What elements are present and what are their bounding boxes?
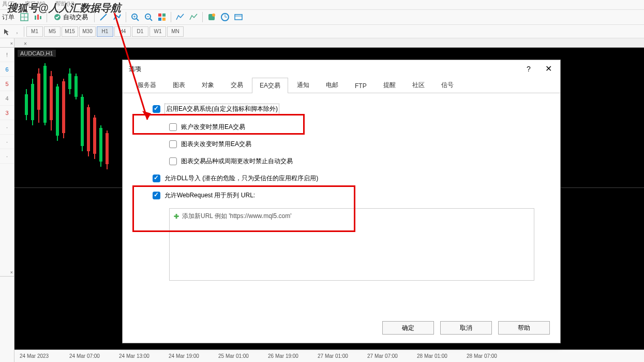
- svg-rect-4: [37, 15, 39, 20]
- tab-5[interactable]: 通知: [289, 77, 317, 93]
- enable-ea-label: 启用EA交易系统(自定义指标和脚本除外): [164, 104, 279, 114]
- cancel-button[interactable]: 取消: [440, 321, 492, 335]
- timeframe-m5[interactable]: M5: [44, 26, 61, 37]
- indicator2-icon[interactable]: [188, 11, 199, 23]
- svg-line-7: [100, 14, 107, 20]
- allow-webrequest-checkbox[interactable]: [153, 192, 160, 199]
- time-tick: 24 Mar 2023: [20, 353, 69, 359]
- timeframe-w1[interactable]: W1: [149, 26, 166, 37]
- timeframe-m15[interactable]: M15: [62, 26, 78, 37]
- zoom-in-icon[interactable]: [129, 11, 141, 23]
- side-tab[interactable]: ×: [0, 38, 14, 48]
- side-value: 6: [0, 62, 14, 77]
- timeframe-h1[interactable]: H1: [97, 26, 113, 37]
- allow-dll-label: 允许DLL导入 (潜在的危险，只为受信任的应用程序启用): [164, 174, 318, 183]
- menu-help[interactable]: 帮助(H): [55, 0, 74, 8]
- cursor-icon[interactable]: [2, 27, 11, 36]
- timeframe-d1[interactable]: D1: [132, 26, 148, 37]
- time-tick: 27 Mar 07:00: [367, 353, 417, 359]
- side-tab-2[interactable]: ×: [0, 267, 14, 277]
- zoom-out-icon[interactable]: [143, 11, 154, 23]
- enable-ea-checkbox[interactable]: [153, 105, 160, 113]
- time-tick: 24 Mar 07:00: [69, 353, 119, 359]
- side-value: !: [0, 48, 14, 62]
- timeframe-mn[interactable]: MN: [167, 26, 184, 37]
- allow-dll-checkbox[interactable]: [153, 175, 160, 182]
- tab-7[interactable]: FTP: [347, 79, 375, 93]
- svg-rect-16: [162, 13, 166, 17]
- disable-account-change-checkbox[interactable]: [169, 123, 177, 131]
- time-tick: 28 Mar 07:00: [467, 353, 516, 359]
- tab-2[interactable]: 对象: [194, 77, 222, 93]
- close-icon[interactable]: ×: [10, 39, 13, 48]
- separator: [47, 12, 47, 22]
- terminal-icon[interactable]: [233, 11, 244, 23]
- ok-button[interactable]: 确定: [382, 321, 434, 335]
- close-icon[interactable]: ×: [10, 268, 13, 277]
- timeframe-toolbar: , M1M5M15M30H1H4D1W1MN: [0, 25, 644, 38]
- chart-tab[interactable]: ×: [14, 38, 644, 48]
- chart-symbol-label: AUDCAD,H1: [18, 50, 56, 57]
- timeframe-m30[interactable]: M30: [79, 26, 96, 37]
- tab-4[interactable]: EA交易: [252, 78, 288, 93]
- menu-tools[interactable]: 具(T): [2, 0, 15, 8]
- disable-symbol-change-checkbox[interactable]: [169, 157, 177, 165]
- side-value: 5: [0, 77, 14, 91]
- menu-window[interactable]: 窗口(W): [25, 0, 46, 8]
- tab-9[interactable]: 社区: [405, 77, 432, 93]
- side-value: 4: [0, 91, 14, 106]
- allow-webrequest-label: 允许WebRequest 用于所列 URL:: [164, 191, 255, 200]
- tab-8[interactable]: 提醒: [376, 77, 403, 93]
- period-icon[interactable]: [219, 11, 231, 23]
- tile-icon[interactable]: [156, 11, 168, 23]
- svg-rect-15: [158, 13, 161, 17]
- main-toolbar: 订单 自动交易: [0, 9, 644, 25]
- tab-3[interactable]: 交易: [223, 77, 251, 93]
- time-tick: 26 Mar 19:00: [268, 353, 318, 359]
- dialog-title-text: 选项: [129, 65, 141, 74]
- time-tick: 24 Mar 19:00: [169, 353, 218, 359]
- tab-10[interactable]: 信号: [433, 77, 461, 93]
- auto-trade-label: 自动交易: [63, 13, 88, 22]
- chart-settings-icon[interactable]: [19, 11, 30, 23]
- side-value: ·: [0, 120, 14, 135]
- dialog-button-row: 确定 取消 帮助: [382, 321, 550, 335]
- side-value: ·: [0, 135, 14, 149]
- side-value: 3: [0, 106, 14, 120]
- text-icon[interactable]: ,: [12, 27, 22, 36]
- timeframe-h4[interactable]: H4: [114, 26, 131, 37]
- indicator-icon[interactable]: [174, 11, 186, 23]
- time-tick: 27 Mar 01:00: [318, 353, 367, 359]
- auto-trade-icon: [53, 13, 62, 21]
- order-label[interactable]: 订单: [2, 13, 14, 22]
- svg-line-13: [150, 19, 152, 21]
- dialog-close-button[interactable]: ✕: [541, 62, 556, 76]
- svg-line-9: [137, 19, 139, 21]
- tab-6[interactable]: 电邮: [318, 77, 346, 93]
- menubar: 具(T) 窗口(W) 帮助(H): [0, 0, 644, 9]
- separator: [202, 12, 203, 22]
- time-tick: 28 Mar 01:00: [417, 353, 467, 359]
- candle-icon[interactable]: [32, 11, 43, 23]
- add-url-row[interactable]: ✚ 添加新URL 例如 'https://www.mql5.com': [174, 212, 530, 221]
- add-url-hint: 添加新URL 例如 'https://www.mql5.com': [182, 212, 292, 221]
- disable-profile-change-label: 图表夹改变时禁用EA交易: [181, 140, 251, 149]
- options-dialog: 选项 ? ✕ 服务器图表对象交易EA交易通知电邮FTP提醒社区信号 启用EA交易…: [122, 60, 561, 343]
- trend-icon[interactable]: [111, 11, 123, 23]
- time-tick: 25 Mar 01:00: [218, 353, 268, 359]
- tab-1[interactable]: 图表: [165, 77, 193, 93]
- disable-profile-change-checkbox[interactable]: [169, 140, 177, 148]
- dialog-tabs: 服务器图表对象交易EA交易通知电邮FTP提醒社区信号: [123, 78, 560, 93]
- tab-0[interactable]: 服务器: [130, 77, 164, 93]
- svg-rect-17: [158, 18, 161, 21]
- svg-rect-3: [35, 16, 36, 20]
- dialog-content: 启用EA交易系统(自定义指标和脚本除外) 账户改变时禁用EA交易 图表夹改变时禁…: [123, 93, 560, 311]
- disable-symbol-change-label: 图表交易品种或周期更改时禁止自动交易: [181, 157, 293, 166]
- dialog-help-button[interactable]: ?: [521, 62, 536, 76]
- timeframe-m1[interactable]: M1: [26, 26, 43, 37]
- url-list-box[interactable]: ✚ 添加新URL 例如 'https://www.mql5.com': [169, 208, 534, 281]
- template-icon[interactable]: [206, 11, 217, 23]
- help-button[interactable]: 帮助: [498, 321, 550, 335]
- line-tool-icon[interactable]: [98, 11, 109, 23]
- auto-trade-button[interactable]: 自动交易: [50, 12, 91, 23]
